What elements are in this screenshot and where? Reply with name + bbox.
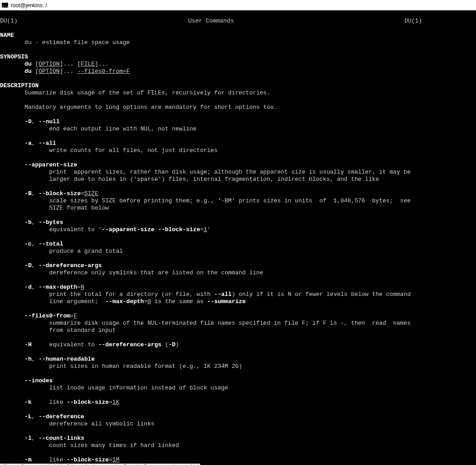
- opt-b-pre: equivalent to ': [49, 226, 102, 233]
- section-description-hdr: DESCRIPTION: [0, 82, 39, 89]
- opt-apparent-long: --apparent-size: [25, 161, 77, 168]
- section-synopsis-hdr: SYNOPSIS: [0, 54, 28, 60]
- opt-b-b1: --apparent-size: [102, 226, 154, 233]
- opt-d-d2a: line argument;: [49, 298, 105, 305]
- name-line: du - estimate file space usage: [25, 39, 130, 46]
- opt-b-mid: [154, 226, 158, 233]
- opt-l-flag: -l: [25, 435, 32, 442]
- opt-d-d1a: print the total for a directory (or file…: [49, 291, 214, 298]
- opt-m-arg: 1M: [112, 456, 120, 463]
- opt-files0-d2: from standard input: [49, 327, 116, 334]
- opt-d-d2c: is the same as: [151, 298, 207, 305]
- syn1-option: OPTION: [39, 61, 60, 67]
- desc-p1: Summarize disk usage of the set of FILEs…: [25, 89, 270, 96]
- window-titlebar: root@jenkins: /: [0, 0, 476, 10]
- opt-D-long: --dereference-args: [39, 262, 102, 269]
- window-title: root@jenkins: /: [11, 2, 47, 9]
- opt-B-long: --block-size: [39, 190, 81, 197]
- syn1-cmd: du: [25, 61, 32, 67]
- opt-h-flag: -h: [25, 356, 32, 362]
- opt-b-flag: -b: [25, 219, 32, 226]
- opt-h-long: --human-readable: [39, 356, 95, 362]
- desc-p2: Mandatory arguments to long options are …: [25, 104, 278, 111]
- opt-m-pre: like: [49, 456, 67, 463]
- opt-d-long: --max-depth: [39, 284, 77, 291]
- opt-0-desc: end each output line with NUL, not newli…: [49, 125, 197, 132]
- opt-d-arg: N: [81, 284, 84, 291]
- opt-files0-d1: summarize disk usage of the NUL-terminat…: [49, 320, 411, 326]
- opt-inodes-desc: list inode usage information instead of …: [49, 385, 228, 391]
- opt-m-eq: =: [109, 456, 112, 463]
- syn2-cmd: du: [25, 68, 32, 75]
- man-body: NAME du - estimate file space usage SYNO…: [0, 32, 476, 464]
- opt-D-flag: -D: [25, 262, 32, 269]
- opt-k-pre: like: [49, 399, 67, 406]
- opt-H-post2: ): [175, 341, 179, 348]
- opt-b-post: ': [207, 226, 211, 233]
- opt-0-flag: -0: [25, 118, 32, 125]
- opt-h-desc: print sizes in human readable format (e.…: [49, 363, 242, 370]
- opt-a-flag: -a: [25, 140, 32, 147]
- opt-d-d2arg: 0: [148, 298, 151, 305]
- opt-m-bold: --block-size: [67, 456, 109, 463]
- opt-d-d2b: --max-depth: [105, 298, 144, 305]
- opt-H-post: (: [162, 341, 169, 348]
- terminal-content[interactable]: DU(1)User CommandsDU(1) NAME du - estima…: [0, 10, 476, 465]
- opt-files0-long: --files0-from: [25, 313, 70, 319]
- opt-H-bold2: -D: [169, 341, 176, 348]
- man-header-right: DU(1): [404, 18, 422, 25]
- opt-c-desc: produce a grand total: [49, 248, 123, 255]
- man-header-left: DU(1): [0, 18, 18, 25]
- opt-d-d1c: ) only if it is N or fewer levels below …: [232, 291, 411, 298]
- opt-d-d2d: --summarize: [207, 298, 246, 305]
- opt-a-long: --all: [39, 140, 56, 147]
- syn2-files0: --files0-from=F: [77, 68, 130, 75]
- opt-a-desc: write counts for all files, not just dir…: [49, 147, 217, 154]
- opt-k-arg: 1K: [112, 399, 120, 406]
- opt-c-long: --total: [39, 241, 63, 247]
- opt-L-flag: -L: [25, 413, 32, 420]
- man-header: DU(1)User CommandsDU(1): [0, 18, 476, 25]
- opt-m-flag: -m: [25, 456, 32, 463]
- opt-B-arg: SIZE: [84, 190, 98, 197]
- opt-c-flag: -c: [25, 241, 32, 247]
- opt-H-flag: -H: [25, 341, 32, 348]
- opt-L-desc: dereference all symbolic links: [49, 420, 154, 427]
- opt-d-d1b: --all: [214, 291, 232, 298]
- opt-k-bold: --block-size: [67, 399, 109, 406]
- opt-D-desc: dereference only symlinks that are liste…: [49, 269, 263, 276]
- opt-L-long: --dereference: [39, 413, 84, 420]
- opt-b-long: --bytes: [39, 219, 63, 226]
- man-header-center: User Commands: [188, 18, 234, 25]
- opt-apparent-d2: larger due to holes in ('sparse') files,…: [49, 176, 379, 183]
- opt-l-long: --count-links: [39, 435, 84, 442]
- opt-H-bold: --dereference-args: [98, 341, 161, 348]
- terminal-icon: [2, 3, 8, 8]
- opt-apparent-d1: print apparent sizes, rather than disk u…: [49, 169, 411, 175]
- opt-inodes-long: --inodes: [25, 377, 53, 384]
- syn1-file: FILE: [81, 61, 94, 67]
- opt-k-eq: =: [109, 399, 112, 406]
- opt-B-d2: SIZE format below: [49, 205, 109, 211]
- opt-0-long: --null: [39, 118, 60, 125]
- opt-l-desc: count sizes many times if hard linked: [49, 442, 179, 449]
- opt-d-flag: -d: [25, 284, 32, 291]
- opt-B-flag: -B: [25, 190, 32, 197]
- opt-k-flag: -k: [25, 399, 32, 406]
- opt-B-d1: scale sizes by SIZE before printing them…: [49, 197, 411, 204]
- opt-files0-arg: F: [74, 313, 77, 319]
- section-name-hdr: NAME: [0, 32, 14, 39]
- opt-d-d2eq: =: [144, 298, 148, 305]
- opt-b-b2: --block-size: [158, 226, 200, 233]
- syn2-option: OPTION: [39, 68, 60, 75]
- opt-H-pre: equivalent to: [49, 341, 98, 348]
- opt-b-eq: =: [200, 226, 204, 233]
